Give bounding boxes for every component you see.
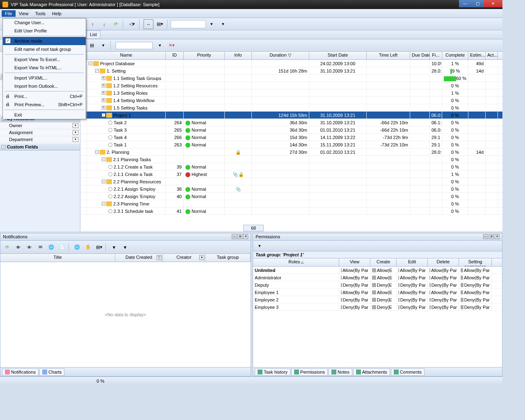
tab-charts[interactable]: Charts xyxy=(39,368,64,376)
task-row[interactable]: 2.2.1 Assign 'Employ38Normal📎0 % xyxy=(80,185,502,193)
menu-item[interactable]: ✓Archive mode xyxy=(3,37,86,45)
maximize-button[interactable]: ▢ xyxy=(471,0,484,7)
column-header[interactable]: Fi... xyxy=(430,52,442,59)
panel-restore-icon[interactable]: ▭ xyxy=(483,234,488,239)
task-row[interactable]: Task 4266Normal15d 30m14.11.2009 13:22-7… xyxy=(80,134,502,141)
task-row[interactable]: -Project 1124d 15h 58m31.10.2009 13:2106… xyxy=(80,112,502,119)
nav-back-icon[interactable]: ◁▾ xyxy=(127,19,137,29)
task-row[interactable]: +1.3 Setting Roles1 % xyxy=(80,89,502,97)
menu-item[interactable]: 🖨Print Preview...Shift+Ctrl+P xyxy=(3,100,86,109)
perm-row[interactable]: DeputyDeny(By ParDeny(EDeny(By ParDeny(B… xyxy=(253,281,502,289)
doc-icon[interactable]: 📄 xyxy=(57,242,67,252)
perm-row[interactable]: Employee 2Deny(By ParDeny(EDeny(By ParDe… xyxy=(253,296,502,304)
hand-icon[interactable]: ✋ xyxy=(83,242,93,252)
menu-item[interactable]: Change User... xyxy=(3,18,86,27)
tool-icon[interactable]: ▤ xyxy=(87,41,97,50)
panel-close-icon[interactable]: ✕ xyxy=(243,234,248,239)
filter2-icon[interactable]: ▼ xyxy=(120,242,130,252)
task-row[interactable]: 2.1.2 Create a Task39Normal0 % xyxy=(80,163,502,171)
perm-column[interactable]: View xyxy=(339,258,370,266)
perm-column[interactable]: Roles △ xyxy=(253,258,339,266)
perm-row[interactable]: Employee 1Allow(By ParAllow(EAllow(By Pa… xyxy=(253,289,502,296)
sidebar-item[interactable]: Department▾ xyxy=(0,136,80,143)
menu-item[interactable]: 🖨Print...Ctrl+P xyxy=(3,92,86,100)
quick-input[interactable] xyxy=(116,42,153,49)
perm-row[interactable]: UnlimitedAllow(By ParAllow(EAllow(By Par… xyxy=(253,267,502,274)
column-header[interactable]: Due Date xyxy=(410,52,430,59)
perm-row[interactable]: Employee 3Deny(By ParDeny(EDeny(By ParDe… xyxy=(253,304,502,311)
column-header[interactable]: Info xyxy=(225,52,252,59)
menu-file[interactable]: File xyxy=(2,10,16,17)
menu-help[interactable]: Help xyxy=(49,10,65,17)
column-header[interactable]: Time Left xyxy=(367,52,410,59)
refresh-icon[interactable]: ⟳ xyxy=(111,19,121,29)
columns-icon[interactable]: ▤▾ xyxy=(155,19,165,29)
perm-tab[interactable]: Task history xyxy=(255,368,290,376)
menu-item[interactable]: Import VPXML... xyxy=(3,74,86,82)
col-creator[interactable]: Creator▾ xyxy=(163,254,205,262)
sidebar-group[interactable]: -Custom Fields xyxy=(0,143,80,151)
permissions-body[interactable]: UnlimitedAllow(By ParAllow(EAllow(By Par… xyxy=(253,267,502,367)
search-input[interactable] xyxy=(171,20,206,28)
perm-column[interactable]: Delete xyxy=(428,258,459,266)
panel-pin-icon[interactable]: ⊕ xyxy=(489,234,494,239)
perm-tab[interactable]: Comments xyxy=(391,368,425,376)
view2-icon[interactable]: 👁 xyxy=(24,242,34,252)
perm-tab[interactable]: Permissions xyxy=(291,368,328,376)
task-row[interactable]: -Project Database24.02.2009 13:0010.0!1 … xyxy=(80,60,502,67)
task-row[interactable]: -1. Setting151d 16h 28m31.10.2009 13:212… xyxy=(80,67,502,75)
globe-icon[interactable]: 🌐 xyxy=(46,242,56,252)
task-row[interactable]: Task 3265Normal36d 30m01.01.2010 13:21-6… xyxy=(80,126,502,134)
filter-save-icon[interactable]: ▾ xyxy=(207,19,217,29)
tab-notifications[interactable]: Notifications xyxy=(2,368,39,376)
menu-item[interactable]: Export View To HTML... xyxy=(3,64,86,72)
task-row[interactable]: +1.2 Setting Resources0 % xyxy=(80,82,502,89)
task-row[interactable]: 2.3.1 Schedule task41Normal0 % xyxy=(80,208,502,215)
task-row[interactable]: -2. Planning🔒27d 30m01.02.2010 13:2128.0… xyxy=(80,148,502,156)
grid-body[interactable]: -Project Database24.02.2009 13:0010.0!1 … xyxy=(80,60,502,223)
menu-view[interactable]: View xyxy=(16,10,32,17)
menu-item[interactable]: Export View To Excel... xyxy=(3,55,86,64)
perm-column[interactable]: Edit xyxy=(397,258,428,266)
task-row[interactable]: +1.5 Setting Tasks0 % xyxy=(80,104,502,112)
panel-restore-icon[interactable]: ▭ xyxy=(232,234,237,239)
task-row[interactable]: Task 2264Normal36d 30m31.10.2009 13:21-6… xyxy=(80,119,502,126)
column-header[interactable]: Start Date xyxy=(309,52,367,59)
perm-dd-icon[interactable]: ▾ xyxy=(255,241,265,251)
col-title[interactable]: Title xyxy=(0,254,115,262)
task-row[interactable]: Task 1263Normal14d 30m15.11.2009 13:21-7… xyxy=(80,141,502,148)
column-header[interactable]: Duration ▽ xyxy=(252,52,309,59)
tool-dd-icon[interactable]: ▾ xyxy=(98,41,108,50)
task-row[interactable]: 2.2.2 Assign 'Employ40Normal0 % xyxy=(80,193,502,200)
tab-list[interactable]: List xyxy=(86,30,100,39)
column-header[interactable]: Priority xyxy=(184,52,225,59)
task-row[interactable]: +1.4 Setting Workflow0 % xyxy=(80,97,502,104)
filter-clear-icon[interactable]: ▾ xyxy=(218,19,228,29)
column-header[interactable]: Estim... xyxy=(468,52,486,59)
list-dd-icon[interactable]: ▤▾ xyxy=(94,242,104,252)
view-icon[interactable]: 👁 xyxy=(13,242,23,252)
perm-tab[interactable]: Attachments xyxy=(353,368,390,376)
menu-item[interactable]: Edit name of root task group xyxy=(3,45,86,53)
sidebar-item[interactable]: Assignment▾ xyxy=(0,129,80,136)
perm-tab[interactable]: Notes xyxy=(329,368,352,376)
menu-tools[interactable]: Tools xyxy=(32,10,49,17)
close-button[interactable]: ✕ xyxy=(484,0,502,7)
column-header[interactable]: Name xyxy=(87,52,166,59)
column-header[interactable]: Act... xyxy=(486,52,498,59)
task-row[interactable]: +1.1 Setting Task Groups60 % xyxy=(80,75,502,82)
column-header[interactable]: ID xyxy=(166,52,184,59)
filter-icon[interactable]: ▼ xyxy=(109,242,119,252)
panel-pin-icon[interactable]: ⊕ xyxy=(237,234,242,239)
column-header[interactable]: Complete xyxy=(442,52,468,59)
panel-close-icon[interactable]: ✕ xyxy=(495,234,500,239)
menu-item[interactable]: Exit xyxy=(3,111,86,119)
perm-column[interactable]: Setting permission xyxy=(459,258,492,266)
minimize-button[interactable]: — xyxy=(459,0,471,7)
arrow-down-icon[interactable]: ↓ xyxy=(99,19,109,29)
perm-row[interactable]: AdministratorAllow(By ParAllow(EAllow(By… xyxy=(253,274,502,281)
task-row[interactable]: -2.3 Planning Time0 % xyxy=(80,200,502,208)
col-date-created[interactable]: Date Created▽ xyxy=(115,254,163,262)
mail-icon[interactable]: ✉ xyxy=(35,242,45,252)
menu-item[interactable]: Edit User Profile xyxy=(3,27,86,35)
